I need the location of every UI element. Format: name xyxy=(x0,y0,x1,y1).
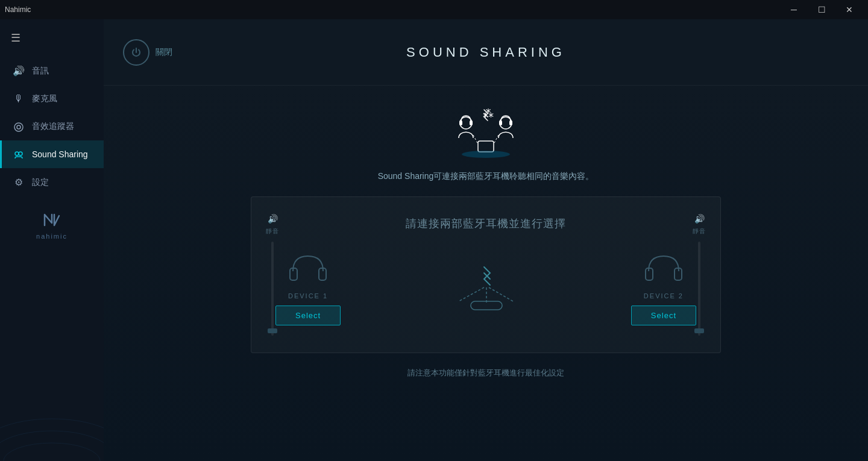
sidebar-item-settings[interactable]: ⚙ 設定 xyxy=(0,168,104,196)
svg-rect-8 xyxy=(459,121,462,125)
svg-point-2 xyxy=(15,152,19,155)
device-slot-1: DEVICE 1 Select xyxy=(275,250,341,325)
settings-icon: ⚙ xyxy=(13,177,25,188)
sidebar-inner: ☰ 🔊 音訊 🎙 麥克風 音效 xyxy=(0,19,104,252)
sidebar-item-soundsharing[interactable]: Sound Sharing xyxy=(0,140,104,168)
vol-thumb-left xyxy=(268,328,277,333)
power-button-area[interactable]: 關閉 xyxy=(123,39,172,66)
headphone-icon-1 xyxy=(287,250,329,286)
sidebar-item-audio-label: 音訊 xyxy=(32,66,49,77)
vol-icon-left: 🔊 xyxy=(268,214,278,224)
sidebar-item-soundtracker[interactable]: 音效追蹤器 xyxy=(0,113,104,140)
svg-point-4 xyxy=(0,419,104,461)
vol-track-right[interactable] xyxy=(698,242,700,336)
mic-icon: 🎙 xyxy=(13,93,25,104)
svg-point-5 xyxy=(0,431,104,461)
devices-row: DEVICE 1 Select xyxy=(275,250,696,325)
sidebar: ☰ 🔊 音訊 🎙 麥克風 音效 xyxy=(0,19,104,461)
panel-title: 請連接兩部藍牙耳機並進行選擇 xyxy=(406,216,566,231)
page-title: SOUND SHARING xyxy=(406,45,565,60)
bottom-note: 請注意本功能僅針對藍牙耳機進行最佳化設定 xyxy=(407,368,564,378)
audio-icon: 🔊 xyxy=(13,65,25,77)
device-slot-2: DEVICE 2 Select xyxy=(631,250,696,325)
maximize-button[interactable]: ☐ xyxy=(808,0,835,19)
sidebar-item-soundtracker-label: 音效追蹤器 xyxy=(32,121,74,132)
soundtracker-icon xyxy=(13,121,25,132)
nahimic-logo: nahimic xyxy=(36,209,68,240)
svg-point-17 xyxy=(462,151,510,158)
svg-rect-14 xyxy=(478,141,494,152)
nahimic-logo-icon xyxy=(41,209,63,230)
vol-track-left[interactable] xyxy=(271,242,274,336)
title-bar: Nahimic ─ ☐ ✕ xyxy=(0,0,868,19)
svg-point-1 xyxy=(17,125,20,129)
svg-rect-9 xyxy=(470,121,473,125)
hero-area: ⁂ xyxy=(447,86,525,171)
svg-point-3 xyxy=(19,152,22,155)
volume-slider-left: 🔊 靜音 xyxy=(266,214,279,338)
sidebar-nav: 🔊 音訊 🎙 麥克風 音效追蹤器 xyxy=(0,57,104,196)
sidebar-wave-decoration xyxy=(0,389,104,461)
svg-line-16 xyxy=(494,135,498,144)
mute-label-left: 靜音 xyxy=(266,227,279,236)
headphone-icon-2 xyxy=(643,250,685,286)
svg-rect-23 xyxy=(471,301,502,310)
main-content: 關閉 SOUND SHARING xyxy=(104,19,868,461)
device2-label: DEVICE 2 xyxy=(644,292,684,299)
device-panel: 🔊 靜音 🔊 靜音 請連接兩部藍牙耳機並進行選擇 xyxy=(251,196,721,353)
power-label: 關閉 xyxy=(156,47,172,58)
svg-line-15 xyxy=(473,135,478,144)
title-bar-left: Nahimic xyxy=(5,5,31,14)
svg-rect-11 xyxy=(499,121,502,125)
close-button[interactable]: ✕ xyxy=(835,0,863,19)
sidebar-item-settings-label: 設定 xyxy=(32,177,49,188)
power-icon xyxy=(123,39,149,66)
sidebar-item-mic[interactable]: 🎙 麥克風 xyxy=(0,85,104,113)
svg-point-0 xyxy=(14,123,23,131)
top-bar: 關閉 SOUND SHARING xyxy=(104,19,868,86)
content-area: ⁂ Sound Sharing可連接兩部藍牙耳機聆聽相同的音樂內容。 xyxy=(104,86,868,461)
vol-thumb-right xyxy=(694,328,704,333)
power-svg xyxy=(130,46,142,58)
minimize-button[interactable]: ─ xyxy=(780,0,808,19)
nahimic-logo-text: nahimic xyxy=(36,233,68,240)
svg-point-6 xyxy=(4,443,100,461)
description-text: Sound Sharing可連接兩部藍牙耳機聆聽相同的音樂內容。 xyxy=(378,171,594,182)
svg-line-21 xyxy=(489,287,513,301)
vol-icon-right: 🔊 xyxy=(694,214,705,224)
device2-select-button[interactable]: Select xyxy=(631,306,696,325)
volume-slider-right: 🔊 靜音 xyxy=(693,214,706,338)
mute-label-right: 靜音 xyxy=(693,227,706,236)
bt-center xyxy=(450,250,522,310)
app-name: Nahimic xyxy=(5,5,31,14)
hero-illustration: ⁂ xyxy=(447,105,525,159)
sidebar-item-soundsharing-label: Sound Sharing xyxy=(32,149,88,159)
svg-line-20 xyxy=(459,287,484,301)
device1-label: DEVICE 1 xyxy=(288,292,328,299)
menu-icon[interactable]: ☰ xyxy=(0,24,104,52)
title-bar-controls: ─ ☐ ✕ xyxy=(780,0,863,19)
bt-connection-diagram xyxy=(450,262,522,310)
app-body: ☰ 🔊 音訊 🎙 麥克風 音效 xyxy=(0,19,868,461)
sidebar-bottom: nahimic xyxy=(0,196,104,252)
svg-rect-12 xyxy=(509,121,512,125)
sidebar-item-mic-label: 麥克風 xyxy=(32,93,57,104)
device1-select-button[interactable]: Select xyxy=(275,306,341,325)
soundsharing-icon xyxy=(13,149,25,160)
sidebar-item-audio[interactable]: 🔊 音訊 xyxy=(0,57,104,85)
